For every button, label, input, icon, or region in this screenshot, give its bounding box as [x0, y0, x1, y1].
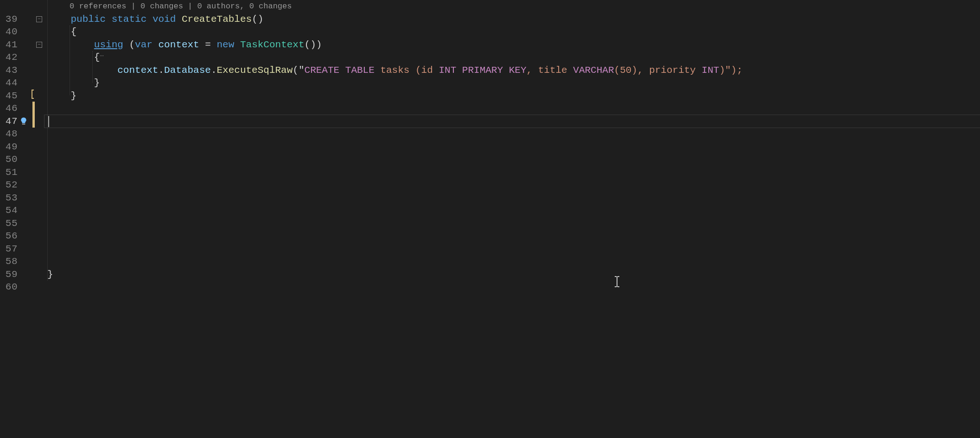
code-line[interactable] — [45, 281, 980, 294]
property: Database — [164, 65, 211, 76]
code-line[interactable] — [45, 128, 980, 141]
string: tasks (id — [375, 65, 439, 76]
code-line[interactable] — [45, 204, 980, 217]
string: , title — [526, 65, 573, 76]
line-number: 54 — [6, 204, 18, 217]
ellipsis-icon: … — [100, 51, 103, 58]
code-line[interactable] — [45, 141, 980, 154]
line-number: 48 — [6, 128, 18, 141]
sql-keyword: PRIMARY — [462, 65, 503, 76]
sql-keyword: CREATE — [305, 65, 340, 76]
line-number: 39 — [6, 13, 18, 26]
code-area[interactable]: 0 references | 0 changes | 0 authors, 0 … — [45, 0, 980, 438]
variable: context — [117, 65, 158, 76]
code-line[interactable]: public static void CreateTables() — [45, 13, 980, 26]
sql-keyword: KEY — [509, 65, 527, 76]
code-line[interactable]: {… — [45, 51, 980, 64]
change-bracket — [32, 90, 34, 99]
codelens-text[interactable]: 0 references | 0 changes | 0 authors, 0 … — [45, 0, 980, 13]
method-name: CreateTables — [182, 14, 252, 25]
code-line[interactable] — [45, 115, 980, 128]
brace: { — [94, 52, 100, 63]
keyword: using — [94, 39, 123, 50]
dot: . — [211, 65, 217, 76]
code-line[interactable] — [45, 179, 980, 192]
line-number: 40 — [6, 26, 18, 39]
fold-toggle-icon[interactable] — [36, 16, 42, 22]
paren-quote: (" — [293, 65, 304, 76]
line-number: 46 — [6, 102, 18, 115]
code-line[interactable]: { — [45, 26, 980, 39]
line-number: 51 — [6, 166, 18, 179]
line-number: 45 — [6, 90, 18, 103]
keyword: void — [153, 14, 176, 25]
code-line[interactable] — [45, 153, 980, 166]
gutter: 3940414243444546474849505152535455565758… — [0, 0, 45, 438]
paren: ( — [129, 39, 135, 50]
lightbulb-icon[interactable] — [19, 117, 28, 125]
code-line[interactable] — [45, 102, 980, 115]
keyword: public — [70, 14, 106, 25]
line-number: 57 — [6, 243, 18, 256]
parens: ()) — [305, 39, 322, 50]
method-name: ExecuteSqlRaw — [217, 65, 293, 76]
variable: context — [158, 39, 199, 50]
line-number: 42 — [6, 51, 18, 64]
keyword: new — [217, 39, 235, 50]
code-line[interactable] — [45, 230, 980, 243]
code-line[interactable]: } — [45, 90, 980, 103]
code-line[interactable] — [45, 192, 980, 205]
fold-toggle-icon[interactable] — [36, 42, 42, 48]
keyword: static — [112, 14, 147, 25]
line-number: 43 — [6, 64, 18, 77]
keyword: var — [135, 39, 153, 50]
code-line[interactable]: } — [45, 77, 980, 90]
line-numbers: 3940414243444546474849505152535455565758… — [6, 0, 18, 294]
brace: { — [70, 26, 76, 37]
svg-rect-0 — [22, 124, 25, 125]
line-number: 55 — [6, 217, 18, 230]
change-indicator — [32, 102, 35, 128]
code-editor[interactable]: 3940414243444546474849505152535455565758… — [0, 0, 980, 438]
line-number: 53 — [6, 192, 18, 205]
line-number: 58 — [6, 255, 18, 268]
code-line[interactable]: } — [45, 268, 980, 281]
operator: = — [199, 39, 217, 50]
sql-keyword: INT — [702, 65, 719, 76]
dot: . — [158, 65, 164, 76]
line-number: 41 — [6, 39, 18, 52]
sql-keyword: INT — [439, 65, 456, 76]
code-line[interactable] — [45, 243, 980, 256]
code-line[interactable] — [45, 217, 980, 230]
string: (50), priority — [614, 65, 702, 76]
sql-keyword: TABLE — [345, 65, 375, 76]
string-end: )"); — [719, 65, 742, 76]
brace: } — [70, 90, 76, 101]
line-number: 59 — [6, 268, 18, 281]
line-number: 50 — [6, 153, 18, 166]
line-number: 56 — [6, 230, 18, 243]
parens: () — [252, 14, 263, 25]
code-line[interactable]: context.Database.ExecuteSqlRaw("CREATE T… — [45, 64, 980, 77]
sql-keyword: VARCHAR — [573, 65, 614, 76]
code-line[interactable] — [45, 166, 980, 179]
brace: } — [94, 77, 100, 88]
class-name: TaskContext — [240, 39, 305, 50]
code-line[interactable]: using (var context = new TaskContext()) — [45, 39, 980, 52]
line-number: 47 — [6, 115, 18, 128]
line-number: 44 — [6, 77, 18, 90]
line-number: 52 — [6, 179, 18, 192]
brace: } — [47, 269, 53, 280]
line-number: 49 — [6, 141, 18, 154]
line-number: 60 — [6, 281, 18, 294]
code-line[interactable] — [45, 255, 980, 268]
